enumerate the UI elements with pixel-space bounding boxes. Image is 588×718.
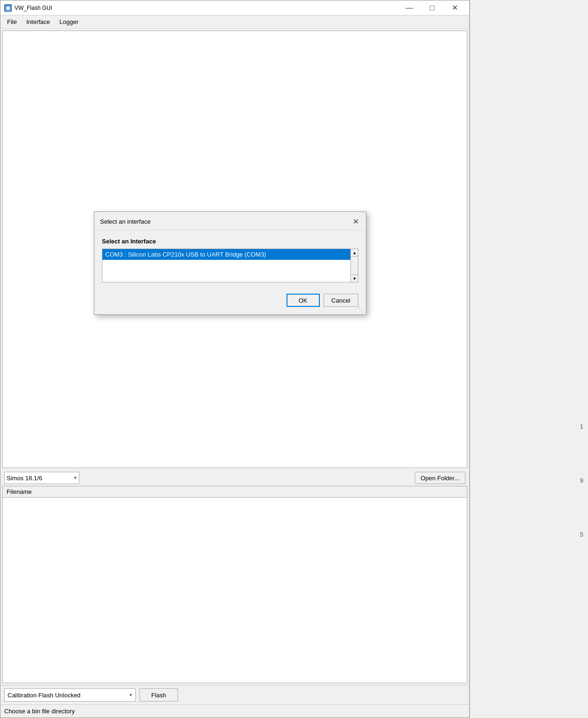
modal-close-button[interactable]: ✕ [351,217,360,226]
menu-interface[interactable]: Interface [22,16,55,27]
status-text: Choose a bin file directory [4,708,75,715]
modal-label: Select an Interface [102,238,358,245]
main-window: ▣ VW_Flash GUI — □ ✕ File Interface Logg… [0,0,470,718]
interface-item[interactable]: COM3 : Silicon Labs CP210x USB to UART B… [102,249,358,260]
title-bar: ▣ VW_Flash GUI — □ ✕ [0,0,469,16]
close-button[interactable]: ✕ [444,0,465,16]
menu-file[interactable]: File [2,16,22,27]
open-folder-button[interactable]: Open Folder... [415,472,465,484]
flash-mode-select[interactable]: Calibration Flash Unlocked Full Flash Fl… [4,688,136,702]
side-number-2: 9 [580,477,583,484]
file-table: Filename [2,486,467,683]
modal-body: Select an Interface COM3 : Silicon Labs … [94,230,366,290]
status-bar: Choose a bin file directory [0,704,469,718]
interface-modal: Select an interface ✕ Select an Interfac… [94,211,366,315]
scrollbar-down-arrow[interactable]: ▼ [351,274,358,282]
scrollbar-track [351,257,358,274]
modal-footer: OK Cancel [94,290,366,314]
interface-item-empty [102,260,358,264]
maximize-button[interactable]: □ [421,0,443,16]
ecu-select-wrapper: Simos 18.1/6 [4,472,79,484]
file-table-header: Filename [3,486,467,498]
scrollbar-up-arrow[interactable]: ▲ [351,249,358,257]
menu-logger[interactable]: Logger [55,16,83,27]
interface-listbox[interactable]: COM3 : Silicon Labs CP210x USB to UART B… [102,249,358,282]
title-bar-controls: — □ ✕ [399,0,465,16]
filename-column-header: Filename [7,488,31,495]
bottom-controls: Calibration Flash Unlocked Full Flash Fl… [0,685,469,704]
app-icon: ▣ [4,4,12,12]
modal-title-bar: Select an interface ✕ [94,212,366,230]
listbox-scrollbar: ▲ ▼ [350,249,358,282]
window-title: VW_Flash GUI [15,5,399,11]
side-number-3: 5 [580,531,583,538]
file-table-body [3,498,467,680]
cancel-button[interactable]: Cancel [324,294,358,307]
interface-listbox-container: COM3 : Silicon Labs CP210x USB to UART B… [102,249,358,282]
flash-button[interactable]: Flash [139,688,178,702]
ok-button[interactable]: OK [286,294,320,307]
flash-mode-wrapper: Calibration Flash Unlocked Full Flash Fl… [4,688,136,702]
side-number-1: 1 [580,423,583,430]
side-panel: 1 9 5 [470,0,588,718]
side-numbers: 1 9 5 [580,423,583,538]
resize-handle[interactable]: ⋱ [358,307,364,312]
modal-title: Select an interface [100,218,151,225]
controls-row: Simos 18.1/6 Open Folder... [0,470,469,486]
menu-bar: File Interface Logger [0,16,469,29]
ecu-select[interactable]: Simos 18.1/6 [4,472,79,484]
minimize-button[interactable]: — [399,0,420,16]
